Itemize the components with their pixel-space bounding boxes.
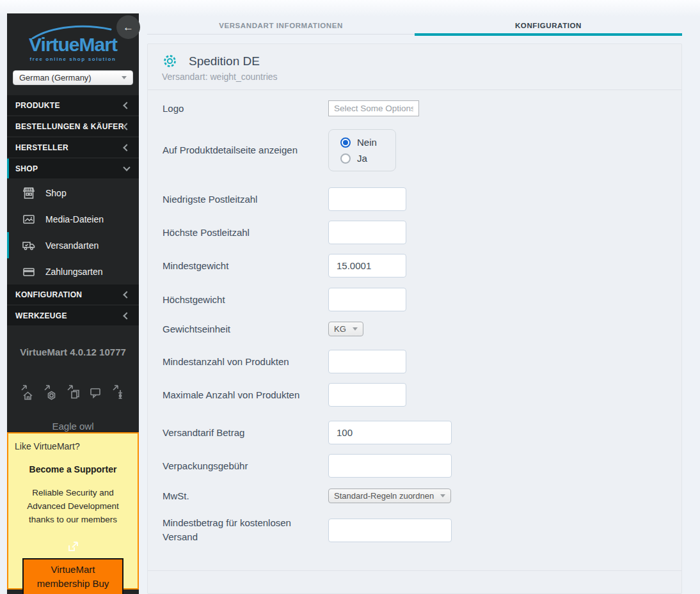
weight-unit-select[interactable]: KG bbox=[328, 322, 363, 336]
shipment-cost-input[interactable] bbox=[328, 421, 452, 444]
form-row: Niedrigste Postleitzahl bbox=[163, 187, 681, 211]
field-label: Gewichtseinheit bbox=[163, 322, 328, 336]
sidebar-item-zahlungsarten[interactable]: Zahlungsarten bbox=[7, 258, 139, 285]
chevron-down-icon bbox=[440, 494, 445, 497]
forum-link-icon[interactable] bbox=[87, 384, 104, 401]
tab-versandart-informationen[interactable]: VERSANDART INFORMATIONEN bbox=[147, 15, 415, 34]
sidebar-item-produkte[interactable]: PRODUKTE bbox=[7, 95, 139, 115]
membership-buy-button[interactable]: VirtueMart membership Buy now bbox=[22, 558, 123, 594]
logo-multiselect-input[interactable] bbox=[328, 100, 419, 116]
language-select[interactable]: German (Germany) bbox=[13, 70, 133, 85]
radio-checked-icon bbox=[340, 137, 351, 148]
chevron-left-icon bbox=[123, 144, 130, 151]
logo-swoosh-icon bbox=[29, 24, 118, 39]
radio-label: Ja bbox=[357, 153, 367, 164]
form-row: Höchste Postleitzahl bbox=[163, 221, 681, 244]
field-label: Höchste Postleitzahl bbox=[163, 226, 328, 240]
tab-konfiguration[interactable]: KONFIGURATION bbox=[415, 15, 682, 34]
min-products-input[interactable] bbox=[328, 350, 406, 373]
field-label: Logo bbox=[163, 102, 328, 116]
form-row: Logo bbox=[163, 100, 681, 116]
field-label: MwSt. bbox=[163, 489, 328, 503]
sidebar-item-konfiguration[interactable]: KONFIGURATION bbox=[7, 285, 139, 304]
tax-select[interactable]: Standard-Regeln zuordnen bbox=[328, 488, 451, 503]
free-shipping-min-input[interactable] bbox=[328, 519, 452, 542]
storefront-icon bbox=[21, 185, 36, 201]
form-row: MwSt. Standard-Regeln zuordnen bbox=[163, 488, 681, 503]
sidebar-collapse-button[interactable]: ← bbox=[116, 15, 140, 39]
form-row: Verpackungsgebühr bbox=[163, 454, 681, 478]
package-fee-input[interactable] bbox=[328, 454, 452, 478]
menu-label: KONFIGURATION bbox=[15, 290, 82, 299]
min-weight-input[interactable] bbox=[328, 254, 406, 277]
max-weight-input[interactable] bbox=[328, 288, 406, 311]
sidebar-item-bestellungen[interactable]: BESTELLUNGEN & KÄUFER bbox=[7, 116, 139, 136]
chevron-down-icon bbox=[353, 327, 358, 331]
menu-label: SHOP bbox=[15, 164, 38, 173]
submenu-label: Versandarten bbox=[45, 240, 99, 251]
radio-option-ja[interactable]: Ja bbox=[340, 153, 395, 164]
chevron-left-icon bbox=[123, 312, 130, 319]
highest-zip-input[interactable] bbox=[328, 221, 406, 244]
radio-option-nein[interactable]: Nein bbox=[340, 137, 395, 148]
field-label: Niedrigste Postleitzahl bbox=[163, 192, 328, 207]
submenu-label: Media-Dateien bbox=[45, 214, 104, 224]
chevron-left-icon bbox=[123, 123, 130, 130]
image-icon bbox=[21, 212, 36, 227]
sidebar-item-hersteller[interactable]: HERSTELLER bbox=[7, 137, 139, 157]
form-row: Mindestanzahl von Produkten bbox=[163, 350, 681, 373]
gear-icon bbox=[162, 53, 178, 69]
show-on-product-page-radiogroup: Nein Ja bbox=[328, 129, 396, 171]
form-row: Versandtarif Betrag bbox=[163, 421, 681, 444]
panel-header: Spedition DE Versandart: weight_countrie… bbox=[148, 44, 681, 90]
shop-submenu: Shop Media-Dateien Versandarten bbox=[7, 180, 139, 285]
promo-heading: Become a Supporter bbox=[15, 464, 131, 474]
sidebar-item-shop[interactable]: SHOP bbox=[7, 159, 139, 178]
sidebar-item-media-dateien[interactable]: Media-Dateien bbox=[7, 206, 139, 232]
menu-label: HERSTELLER bbox=[15, 143, 68, 152]
submenu-label: Shop bbox=[45, 188, 67, 198]
select-value: Standard-Regeln zuordnen bbox=[334, 491, 434, 501]
tab-bar: VERSANDART INFORMATIONEN KONFIGURATION bbox=[147, 15, 682, 35]
chevron-left-icon bbox=[123, 291, 130, 298]
page-title: Spedition DE bbox=[189, 54, 260, 68]
form-row: Höchstgewicht bbox=[163, 288, 681, 311]
form-row: Auf Produktdetailseite anzeigen Nein Ja bbox=[163, 129, 681, 171]
security-link-icon[interactable] bbox=[42, 384, 59, 401]
form-bottom-divider bbox=[148, 570, 681, 571]
supporter-promo-box: Like VirtueMart? Become a Supporter Reli… bbox=[7, 432, 139, 590]
field-label: Mindestgewicht bbox=[163, 259, 328, 273]
field-label: Mindestanzahl von Produkten bbox=[163, 355, 328, 369]
sidebar: ← VirtueMart free online shop solution G… bbox=[7, 13, 139, 594]
extensions-link-icon[interactable] bbox=[110, 384, 127, 401]
form-row: Gewichtseinheit KG bbox=[163, 322, 681, 336]
chevron-down-icon bbox=[123, 164, 130, 171]
menu-label: WERKZEUGE bbox=[15, 311, 67, 320]
sidebar-item-werkzeuge[interactable]: WERKZEUGE bbox=[7, 306, 139, 325]
language-select-value: German (Germany) bbox=[19, 73, 91, 82]
field-label: Versandtarif Betrag bbox=[163, 426, 328, 440]
radio-label: Nein bbox=[357, 137, 377, 148]
credit-card-icon bbox=[21, 264, 36, 279]
form-row: Maximale Anzahl von Produkten bbox=[163, 383, 681, 407]
sidebar-menu: PRODUKTE BESTELLUNGEN & KÄUFER HERSTELLE… bbox=[7, 95, 139, 325]
radio-unchecked-icon bbox=[340, 153, 351, 164]
submenu-label: Zahlungsarten bbox=[45, 267, 103, 277]
lowest-zip-input[interactable] bbox=[328, 187, 406, 211]
config-panel: Spedition DE Versandart: weight_countrie… bbox=[147, 43, 682, 594]
field-label: Mindestbetrag für kostenlosen Versand bbox=[163, 516, 328, 544]
home-link-icon[interactable] bbox=[19, 384, 36, 401]
version-text: VirtueMart 4.0.12 10777 bbox=[7, 347, 139, 357]
sidebar-item-shop-config[interactable]: Shop bbox=[7, 180, 139, 206]
menu-label: PRODUKTE bbox=[15, 101, 60, 110]
external-link-icon bbox=[15, 540, 131, 556]
docs-link-icon[interactable] bbox=[65, 384, 82, 401]
field-label: Auf Produktdetailseite anzeigen bbox=[163, 143, 328, 157]
logo-tagline: free online shop solution bbox=[7, 56, 139, 62]
sidebar-item-versandarten[interactable]: Versandarten bbox=[7, 232, 139, 258]
max-products-input[interactable] bbox=[328, 383, 406, 407]
menu-label: BESTELLUNGEN & KÄUFER bbox=[15, 122, 124, 131]
field-label: Verpackungsgebühr bbox=[163, 459, 328, 473]
field-label: Höchstgewicht bbox=[163, 293, 328, 307]
external-links-row bbox=[7, 384, 139, 401]
